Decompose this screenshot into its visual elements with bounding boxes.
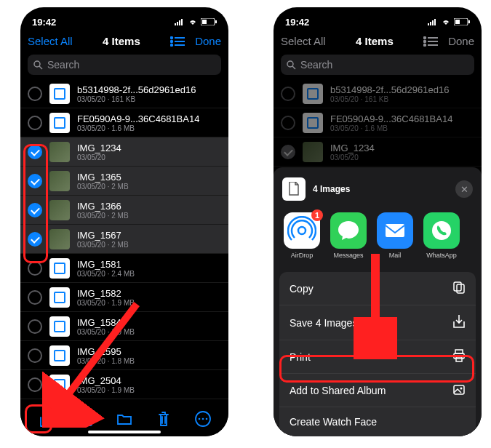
view-mode-icon[interactable] bbox=[170, 36, 185, 47]
file-row[interactable]: IMG_159503/05/20 · 1.8 MB bbox=[20, 341, 228, 370]
file-thumb-image bbox=[49, 171, 70, 191]
action-label: Copy bbox=[290, 283, 314, 295]
select-radio[interactable] bbox=[28, 174, 42, 188]
file-subtitle: 03/05/20 · 1.9 MB bbox=[77, 386, 135, 394]
action-watch[interactable]: Create Watch Face bbox=[279, 407, 476, 436]
status-time: 19:42 bbox=[285, 17, 309, 28]
share-target-whatsapp[interactable]: WhatsApp bbox=[423, 212, 460, 259]
duplicate-button[interactable] bbox=[73, 407, 97, 431]
select-radio[interactable] bbox=[28, 116, 42, 130]
home-indicator bbox=[88, 431, 161, 433]
signal-icon bbox=[175, 18, 185, 25]
select-radio[interactable] bbox=[28, 261, 42, 276]
file-row: FE0590A9-9...36C4681BA1403/05/20 · 1.6 M… bbox=[274, 108, 482, 137]
select-radio[interactable] bbox=[28, 290, 42, 305]
select-all-button[interactable]: Select All bbox=[28, 35, 73, 47]
file-row[interactable]: IMG_156703/05/20 · 2 MB bbox=[20, 225, 228, 254]
select-radio[interactable] bbox=[28, 377, 42, 392]
file-row[interactable]: IMG_158403/05/20 · 1.9 MB bbox=[20, 312, 228, 341]
signal-icon bbox=[428, 18, 438, 25]
file-row[interactable]: IMG_123403/05/20 bbox=[20, 137, 228, 167]
select-radio[interactable] bbox=[28, 87, 42, 101]
file-name: IMG_1234 bbox=[330, 143, 375, 153]
file-row[interactable]: FE0590A9-9...36C4681BA1403/05/20 · 1.6 M… bbox=[20, 108, 228, 137]
search-icon bbox=[287, 60, 296, 70]
select-radio[interactable] bbox=[28, 232, 42, 247]
file-name: IMG_2504 bbox=[77, 375, 135, 386]
share-target-label: Mail bbox=[389, 252, 402, 259]
share-target-label: Messages bbox=[333, 252, 363, 259]
action-album[interactable]: Add to Shared Album bbox=[279, 374, 476, 407]
share-target-label: WhatsApp bbox=[426, 252, 457, 259]
svg-point-39 bbox=[432, 221, 451, 240]
file-row[interactable]: IMG_136503/05/20 · 2 MB bbox=[20, 167, 228, 196]
svg-rect-6 bbox=[215, 20, 217, 23]
file-row[interactable]: b5314998-2f...56d2961ed1603/05/20 · 161 … bbox=[20, 79, 228, 108]
svg-point-13 bbox=[34, 61, 40, 67]
svg-point-35 bbox=[287, 61, 293, 67]
svg-rect-38 bbox=[386, 224, 404, 237]
file-row[interactable]: IMG_158103/05/20 · 2.4 MB bbox=[20, 254, 228, 283]
whatsapp-icon bbox=[423, 212, 460, 249]
svg-rect-25 bbox=[434, 19, 436, 25]
file-name: IMG_1584 bbox=[77, 317, 135, 328]
select-radio[interactable] bbox=[28, 348, 42, 363]
share-target-messages[interactable]: Messages bbox=[330, 212, 367, 259]
file-thumb-doc bbox=[49, 375, 70, 395]
action-print[interactable]: Print bbox=[279, 340, 476, 374]
search-placeholder: Search bbox=[47, 59, 79, 71]
file-subtitle: 03/05/20 · 1.9 MB bbox=[77, 328, 135, 336]
search-field[interactable]: Search bbox=[28, 55, 221, 75]
svg-point-29 bbox=[424, 36, 426, 38]
svg-line-14 bbox=[39, 66, 42, 69]
file-name: IMG_1595 bbox=[77, 346, 135, 357]
file-name: FE0590A9-9...36C4681BA14 bbox=[77, 113, 199, 124]
file-thumb-doc bbox=[303, 84, 323, 104]
nav-bar: Select All 4 Items Done bbox=[20, 31, 228, 52]
file-thumb-doc bbox=[49, 345, 70, 366]
battery-icon bbox=[454, 18, 470, 25]
file-thumb-image bbox=[49, 200, 70, 220]
file-thumb-image bbox=[303, 142, 323, 162]
svg-rect-43 bbox=[454, 353, 464, 359]
select-radio[interactable] bbox=[28, 145, 42, 159]
select-radio[interactable] bbox=[28, 203, 42, 217]
status-time: 19:42 bbox=[32, 17, 56, 28]
view-mode-icon[interactable] bbox=[423, 36, 438, 47]
done-button[interactable]: Done bbox=[448, 35, 474, 47]
file-list[interactable]: b5314998-2f...56d2961ed1603/05/20 · 161 … bbox=[20, 79, 228, 399]
file-row[interactable]: IMG_136603/05/20 · 2 MB bbox=[20, 196, 228, 225]
select-radio[interactable] bbox=[28, 319, 42, 334]
svg-rect-44 bbox=[456, 357, 462, 361]
svg-point-31 bbox=[424, 40, 426, 41]
select-all-button[interactable]: Select All bbox=[281, 35, 326, 47]
file-row[interactable]: IMG_158203/05/20 · 1.9 MB bbox=[20, 283, 228, 312]
more-button[interactable] bbox=[191, 407, 215, 431]
search-field[interactable]: Search bbox=[281, 55, 474, 75]
sheet-close-button[interactable]: ✕ bbox=[455, 180, 473, 198]
select-radio bbox=[281, 116, 295, 130]
svg-rect-23 bbox=[430, 22, 431, 25]
share-actions: CopySave 4 ImagesPrintAdd to Shared Albu… bbox=[279, 272, 476, 436]
svg-rect-2 bbox=[179, 20, 180, 25]
share-sheet: 4 Images ✕ 1AirDropMessagesMailWhatsApp … bbox=[274, 167, 482, 436]
action-copy[interactable]: Copy bbox=[279, 272, 476, 305]
file-subtitle: 03/05/20 · 2 MB bbox=[77, 241, 129, 249]
file-name: IMG_1567 bbox=[77, 230, 129, 241]
save-icon bbox=[452, 314, 466, 331]
svg-rect-3 bbox=[181, 19, 183, 25]
done-button[interactable]: Done bbox=[195, 35, 221, 47]
svg-rect-1 bbox=[177, 22, 178, 25]
share-button[interactable] bbox=[34, 407, 57, 431]
battery-icon bbox=[201, 18, 217, 25]
action-label: Save 4 Images bbox=[290, 317, 357, 329]
move-button[interactable] bbox=[113, 407, 136, 431]
share-target-mail[interactable]: Mail bbox=[377, 212, 413, 259]
file-row[interactable]: IMG_250403/05/20 · 1.9 MB bbox=[20, 370, 228, 399]
share-target-airdrop[interactable]: 1AirDrop bbox=[284, 212, 320, 259]
delete-button[interactable] bbox=[152, 407, 175, 431]
action-save[interactable]: Save 4 Images bbox=[279, 305, 476, 340]
mail-icon bbox=[377, 212, 413, 249]
copy-icon bbox=[452, 281, 466, 296]
file-subtitle: 03/05/20 · 161 KB bbox=[330, 95, 449, 103]
